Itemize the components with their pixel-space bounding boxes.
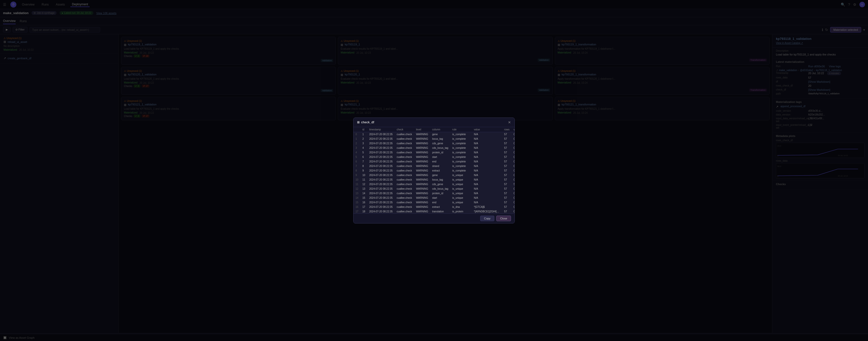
close-button[interactable]: Close — [496, 216, 511, 221]
table-row: 8 9 2024-07-20 08:22:35 cuallee.check WA… — [353, 168, 515, 173]
col-rows: rows — [502, 127, 512, 132]
table-row: 1 2 2024-07-20 08:22:35 cuallee.check WA… — [353, 137, 515, 141]
table-row: 3 4 2024-07-20 08:22:35 cuallee.check WA… — [353, 146, 515, 150]
table-row: 9 10 2024-07-20 08:22:35 cuallee.check W… — [353, 173, 515, 178]
col-rowidx — [353, 127, 360, 132]
table-row: 10 11 2024-07-20 08:22:35 cuallee.check … — [353, 178, 515, 182]
table-row: 15 16 2024-07-20 08:22:35 cuallee.check … — [353, 200, 515, 205]
col-rule: rule — [451, 127, 472, 132]
table-row: 14 15 2024-07-20 08:22:35 cuallee.check … — [353, 196, 515, 200]
modal-header: ⊞ check_df ✕ — [353, 118, 515, 127]
table-row: 0 1 2024-07-20 08:22:35 cuallee.check WA… — [353, 132, 515, 137]
col-timestamp: timestamp — [367, 127, 395, 132]
modal-body: id timestamp check level column rule val… — [353, 127, 515, 213]
modal-footer: Copy Close — [353, 213, 515, 223]
col-column: column — [430, 127, 451, 132]
table-row: 12 13 2024-07-20 08:22:35 cuallee.check … — [353, 187, 515, 191]
col-check: check — [395, 127, 414, 132]
modal-title-text: check_df — [361, 121, 374, 124]
table-row: 5 6 2024-07-20 08:22:35 cuallee.check WA… — [353, 155, 515, 159]
modal-title: ⊞ check_df — [357, 121, 374, 124]
modal-title-icon: ⊞ — [357, 121, 360, 124]
copy-button[interactable]: Copy — [480, 216, 494, 221]
check-df-modal: ⊞ check_df ✕ id timestamp check level co… — [353, 118, 515, 223]
table-row: 6 7 2024-07-20 08:22:35 cuallee.check WA… — [353, 159, 515, 164]
table-row: 16 17 2024-07-20 08:22:35 cuallee.check … — [353, 205, 515, 209]
table-row: 11 12 2024-07-20 08:22:35 cuallee.check … — [353, 182, 515, 187]
col-level: level — [414, 127, 430, 132]
table-row: 2 3 2024-07-20 08:22:35 cuallee.check WA… — [353, 141, 515, 146]
table-row: 13 14 2024-07-20 08:22:35 cuallee.check … — [353, 191, 515, 196]
table-header-row: id timestamp check level column rule val… — [353, 127, 515, 132]
modal-overlay[interactable]: ⊞ check_df ✕ id timestamp check level co… — [0, 0, 868, 341]
col-value: value — [472, 127, 502, 132]
col-violations: violations — [512, 127, 515, 132]
col-id: id — [360, 127, 367, 132]
table-row: 4 5 2024-07-20 08:22:35 cuallee.check WA… — [353, 150, 515, 155]
df-table: id timestamp check level column rule val… — [353, 127, 515, 213]
table-row: 7 8 2024-07-20 08:22:35 cuallee.check WA… — [353, 164, 515, 168]
table-row: 17 18 2024-07-20 08:22:35 cuallee.check … — [353, 209, 515, 214]
modal-close-x-icon[interactable]: ✕ — [508, 120, 511, 124]
